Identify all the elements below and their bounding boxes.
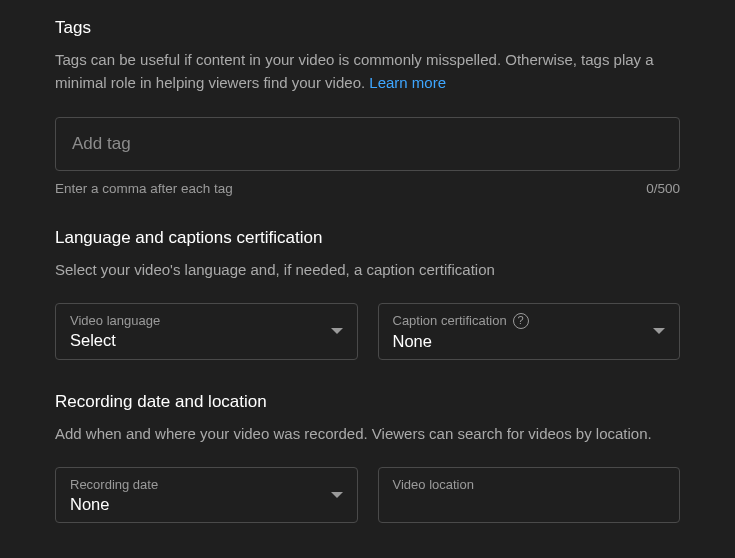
caption-certification-value: None xyxy=(393,332,666,351)
tags-section: Tags Tags can be useful if content in yo… xyxy=(55,18,680,196)
video-language-label: Video language xyxy=(70,313,160,328)
tag-helper-row: Enter a comma after each tag 0/500 xyxy=(55,181,680,196)
recording-section: Recording date and location Add when and… xyxy=(55,392,680,523)
language-section: Language and captions certification Sele… xyxy=(55,228,680,360)
tag-helper-text: Enter a comma after each tag xyxy=(55,181,233,196)
tags-description-text: Tags can be useful if content in your vi… xyxy=(55,51,654,91)
caption-certification-label: Caption certification xyxy=(393,313,507,328)
help-icon[interactable]: ? xyxy=(513,313,529,329)
recording-select-row: Recording date None Video location xyxy=(55,467,680,523)
recording-date-label: Recording date xyxy=(70,477,158,492)
language-description: Select your video's language and, if nee… xyxy=(55,258,680,281)
chevron-down-icon xyxy=(653,328,665,334)
chevron-down-icon xyxy=(331,328,343,334)
recording-description: Add when and where your video was record… xyxy=(55,422,680,445)
learn-more-link[interactable]: Learn more xyxy=(369,74,446,91)
video-location-input[interactable]: Video location xyxy=(378,467,681,523)
video-location-label: Video location xyxy=(393,477,474,492)
tags-description: Tags can be useful if content in your vi… xyxy=(55,48,680,95)
video-language-select[interactable]: Video language Select xyxy=(55,303,358,360)
language-select-row: Video language Select Caption certificat… xyxy=(55,303,680,360)
tags-title: Tags xyxy=(55,18,680,38)
caption-certification-select[interactable]: Caption certification ? None xyxy=(378,303,681,360)
chevron-down-icon xyxy=(331,492,343,498)
tag-counter: 0/500 xyxy=(646,181,680,196)
tag-input[interactable] xyxy=(72,134,663,154)
recording-title: Recording date and location xyxy=(55,392,680,412)
video-language-value: Select xyxy=(70,331,343,350)
language-title: Language and captions certification xyxy=(55,228,680,248)
recording-date-select[interactable]: Recording date None xyxy=(55,467,358,523)
recording-date-value: None xyxy=(70,495,343,514)
tag-input-container[interactable] xyxy=(55,117,680,171)
